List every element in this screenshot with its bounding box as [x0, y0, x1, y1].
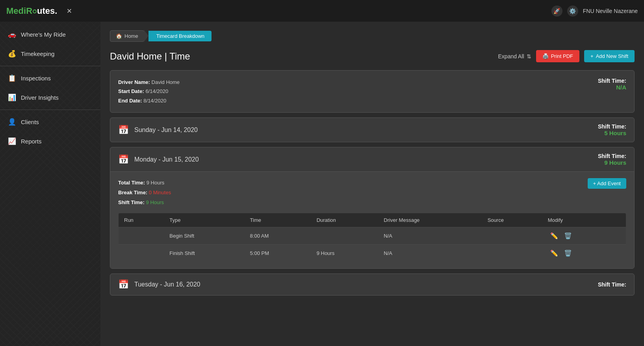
- sidebar-label-reports: Reports: [21, 138, 42, 145]
- day-card-header-sunday[interactable]: 📅 Sunday - Jun 14, 2020 Shift Time: 5 Ho…: [110, 118, 634, 142]
- settings-icon[interactable]: ⚙️: [567, 6, 578, 17]
- monday-shift-time-value: 9 Hours: [598, 159, 626, 166]
- sunday-shift-time-label: Shift Time:: [598, 123, 626, 130]
- start-date-value: 6/14/2020: [145, 88, 168, 94]
- table-row: Finish Shift 5:00 PM 9 Hours N/A ✏️ 🗑️: [119, 245, 626, 262]
- cell-driver-message: N/A: [378, 245, 482, 262]
- shift-time-value: N/A: [598, 84, 626, 91]
- day-header-left-monday: 📅 Monday - Jun 15, 2020: [118, 154, 199, 165]
- print-pdf-button[interactable]: 🖨️ Print PDF: [536, 50, 579, 62]
- page-header: David Home | Time Expand All ⇅ 🖨️ Print …: [110, 50, 635, 62]
- sidebar-item-wheres-my-ride[interactable]: 🚗 Where's My Ride: [0, 25, 100, 44]
- cell-type: Begin Shift: [164, 227, 244, 245]
- breadcrumb-current-label: Timecard Breakdown: [156, 33, 204, 39]
- cell-modify: ✏️ 🗑️: [542, 245, 626, 262]
- sidebar-label-wheres-my-ride: Where's My Ride: [21, 31, 66, 38]
- table-header-row: Run Type Time Duration Driver Message So…: [119, 213, 626, 227]
- person-icon: 👤: [8, 118, 16, 126]
- sidebar-label-clients: Clients: [21, 119, 39, 125]
- sidebar-item-timekeeping[interactable]: 💰 Timekeeping: [0, 44, 100, 63]
- delete-button[interactable]: 🗑️: [562, 231, 574, 240]
- monday-expanded-content: + Add Event Total Time: 9 Hours Break Ti…: [110, 171, 634, 268]
- total-time-value: 9 Hours: [147, 180, 165, 186]
- main-layout: 🚗 Where's My Ride 💰 Timekeeping 📋 Inspec…: [0, 22, 644, 346]
- sidebar-divider-1: [0, 66, 100, 66]
- cell-modify: ✏️ 🗑️: [542, 227, 626, 245]
- sidebar-label-inspections: Inspections: [21, 75, 51, 82]
- col-duration: Duration: [311, 213, 379, 227]
- day-label-tuesday: Tuesday - Jun 16, 2020: [134, 281, 200, 288]
- cell-time: 8:00 AM: [245, 227, 311, 245]
- day-card-monday: 📅 Monday - Jun 15, 2020 Shift Time: 9 Ho…: [110, 147, 635, 269]
- add-shift-button[interactable]: + Add New Shift: [584, 50, 635, 62]
- add-event-button[interactable]: + Add Event: [588, 178, 627, 189]
- sidebar-item-driver-insights[interactable]: 📊 Driver Insights: [0, 88, 100, 107]
- col-driver-message: Driver Message: [378, 213, 482, 227]
- cell-type: Finish Shift: [164, 245, 244, 262]
- add-event-plus-icon: +: [593, 180, 596, 186]
- calendar-icon-tuesday: 📅: [118, 279, 129, 290]
- cell-run: [119, 227, 164, 245]
- day-header-left-sunday: 📅 Sunday - Jun 14, 2020: [118, 125, 198, 135]
- day-card-sunday: 📅 Sunday - Jun 14, 2020 Shift Time: 5 Ho…: [110, 117, 635, 142]
- chart-icon: 📊: [8, 93, 16, 102]
- day-label-sunday: Sunday - Jun 14, 2020: [134, 126, 198, 134]
- plus-icon: +: [590, 53, 594, 59]
- col-run: Run: [119, 213, 164, 227]
- cell-duration: [311, 227, 379, 245]
- expand-all-button[interactable]: Expand All ⇅: [498, 53, 531, 60]
- shift-time-detail-label: Shift Time:: [118, 199, 145, 205]
- monday-summary-area: + Add Event Total Time: 9 Hours Break Ti…: [118, 178, 626, 213]
- day-header-right-monday: Shift Time: 9 Hours: [598, 153, 626, 166]
- day-header-right-sunday: Shift Time: 5 Hours: [598, 123, 626, 136]
- sidebar-item-inspections[interactable]: 📋 Inspections: [0, 69, 100, 88]
- user-name: FNU Neville Nazerane: [583, 8, 638, 14]
- col-type: Type: [164, 213, 244, 227]
- sidebar-item-reports[interactable]: 📈 Reports: [0, 132, 100, 151]
- sidebar: 🚗 Where's My Ride 💰 Timekeeping 📋 Inspec…: [0, 22, 100, 346]
- breadcrumb-arrow: [144, 30, 148, 42]
- breadcrumb: 🏠 Home Timecard Breakdown: [110, 30, 635, 42]
- clipboard-icon: 📋: [8, 74, 16, 82]
- car-icon: 🚗: [8, 30, 16, 39]
- topbar: MediRutes. × 🚀 ⚙️ FNU Neville Nazerane: [0, 0, 644, 22]
- calendar-icon-monday: 📅: [118, 154, 129, 165]
- rocket-icon[interactable]: 🚀: [551, 6, 562, 17]
- break-time-label: Break Time:: [118, 190, 147, 195]
- edit-button[interactable]: ✏️: [548, 249, 560, 258]
- sidebar-item-clients[interactable]: 👤 Clients: [0, 112, 100, 132]
- day-card-header-monday[interactable]: 📅 Monday - Jun 15, 2020 Shift Time: 9 Ho…: [110, 147, 634, 171]
- table-body: Begin Shift 8:00 AM N/A ✏️ 🗑️ Finish Shi…: [119, 227, 626, 262]
- cell-driver-message: N/A: [378, 227, 482, 245]
- sidebar-label-timekeeping: Timekeeping: [21, 50, 54, 57]
- day-header-left-tuesday: 📅 Tuesday - Jun 16, 2020: [118, 279, 200, 290]
- print-pdf-label: Print PDF: [551, 53, 573, 59]
- break-time-value: 0 Minutes: [149, 190, 171, 195]
- app-logo: MediRutes.: [6, 6, 57, 16]
- sidebar-content: 🚗 Where's My Ride 💰 Timekeeping 📋 Inspec…: [0, 22, 100, 154]
- edit-button[interactable]: ✏️: [548, 231, 560, 240]
- day-label-monday: Monday - Jun 15, 2020: [134, 156, 199, 163]
- cell-run: [119, 245, 164, 262]
- events-table: Run Type Time Duration Driver Message So…: [118, 213, 626, 262]
- table-row: Begin Shift 8:00 AM N/A ✏️ 🗑️: [119, 227, 626, 245]
- sidebar-divider-2: [0, 110, 100, 110]
- expand-icon: ⇅: [527, 53, 531, 60]
- delete-button[interactable]: 🗑️: [562, 249, 574, 258]
- end-date-value: 8/14/2020: [143, 98, 166, 104]
- breadcrumb-current: Timecard Breakdown: [148, 31, 212, 41]
- driver-name-label: Driver Name:: [118, 79, 150, 85]
- breadcrumb-home[interactable]: 🏠 Home: [110, 30, 144, 42]
- monday-shift-time-label: Shift Time:: [598, 153, 626, 159]
- shift-time-label: Shift Time:: [598, 78, 626, 84]
- close-button[interactable]: ×: [67, 6, 72, 16]
- page-actions: Expand All ⇅ 🖨️ Print PDF + Add New Shif…: [498, 50, 635, 62]
- add-event-label: Add Event: [597, 180, 621, 186]
- tuesday-shift-time-label: Shift Time:: [598, 281, 626, 288]
- day-card-header-tuesday[interactable]: 📅 Tuesday - Jun 16, 2020 Shift Time:: [110, 274, 634, 295]
- page-title: David Home | Time: [110, 51, 190, 62]
- shift-time-detail-value: 9 Hours: [146, 199, 164, 205]
- add-shift-label: Add New Shift: [596, 53, 628, 59]
- col-source: Source: [482, 213, 542, 227]
- driver-name-value: David Home: [152, 79, 180, 85]
